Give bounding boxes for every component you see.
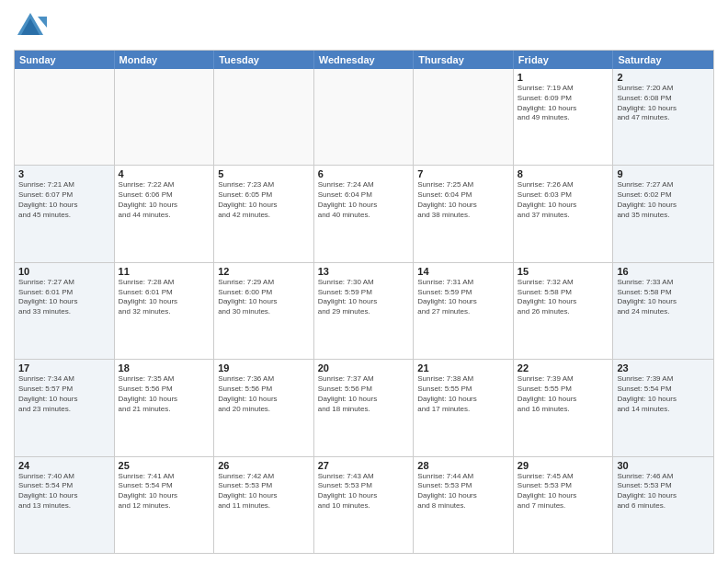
calendar-day: 23Sunrise: 7:39 AM Sunset: 5:54 PM Dayli…	[613, 360, 713, 455]
day-number: 26	[218, 460, 310, 471]
day-number: 18	[119, 362, 210, 373]
day-number: 5	[218, 168, 310, 179]
svg-marker-2	[38, 17, 47, 28]
day-number: 12	[218, 266, 310, 277]
calendar-day: 15Sunrise: 7:32 AM Sunset: 5:58 PM Dayli…	[514, 263, 614, 359]
calendar-day: 21Sunrise: 7:38 AM Sunset: 5:55 PM Dayli…	[414, 360, 514, 455]
day-number: 28	[417, 460, 509, 471]
calendar-day: 4Sunrise: 7:22 AM Sunset: 6:06 PM Daylig…	[115, 166, 215, 261]
calendar-header: SundayMondayTuesdayWednesdayThursdayFrid…	[15, 51, 713, 69]
header	[14, 9, 714, 42]
day-info: Sunrise: 7:46 AM Sunset: 5:53 PM Dayligh…	[617, 472, 710, 511]
empty-cell	[15, 69, 115, 165]
day-info: Sunrise: 7:42 AM Sunset: 5:53 PM Dayligh…	[218, 472, 310, 511]
calendar-row: 24Sunrise: 7:40 AM Sunset: 5:54 PM Dayli…	[15, 456, 713, 553]
calendar-row: 3Sunrise: 7:21 AM Sunset: 6:07 PM Daylig…	[15, 165, 713, 261]
day-info: Sunrise: 7:41 AM Sunset: 5:54 PM Dayligh…	[119, 472, 210, 511]
calendar-day: 29Sunrise: 7:45 AM Sunset: 5:53 PM Dayli…	[514, 457, 614, 553]
day-info: Sunrise: 7:30 AM Sunset: 5:59 PM Dayligh…	[318, 278, 410, 317]
day-number: 2	[617, 72, 710, 83]
calendar-day: 14Sunrise: 7:31 AM Sunset: 5:59 PM Dayli…	[414, 263, 514, 359]
day-number: 16	[617, 266, 710, 277]
calendar-day: 26Sunrise: 7:42 AM Sunset: 5:53 PM Dayli…	[214, 457, 314, 553]
day-info: Sunrise: 7:22 AM Sunset: 6:06 PM Dayligh…	[119, 180, 210, 220]
day-number: 21	[417, 362, 509, 373]
empty-cell	[414, 69, 514, 165]
day-number: 11	[119, 266, 210, 277]
logo	[14, 9, 52, 42]
day-number: 19	[218, 362, 310, 373]
calendar-day: 6Sunrise: 7:24 AM Sunset: 6:04 PM Daylig…	[314, 166, 415, 261]
day-info: Sunrise: 7:33 AM Sunset: 5:58 PM Dayligh…	[617, 278, 710, 317]
calendar-day: 28Sunrise: 7:44 AM Sunset: 5:53 PM Dayli…	[414, 457, 514, 553]
day-info: Sunrise: 7:38 AM Sunset: 5:55 PM Dayligh…	[417, 374, 509, 414]
day-number: 24	[18, 460, 110, 471]
calendar-day: 7Sunrise: 7:25 AM Sunset: 6:04 PM Daylig…	[414, 166, 514, 261]
calendar-day: 30Sunrise: 7:46 AM Sunset: 5:53 PM Dayli…	[613, 457, 713, 553]
page: SundayMondayTuesdayWednesdayThursdayFrid…	[0, 0, 728, 563]
calendar-day: 11Sunrise: 7:28 AM Sunset: 6:01 PM Dayli…	[115, 263, 215, 359]
calendar-row: 1Sunrise: 7:19 AM Sunset: 6:09 PM Daylig…	[15, 69, 713, 165]
weekday-header: Saturday	[613, 51, 713, 69]
calendar-body: 1Sunrise: 7:19 AM Sunset: 6:09 PM Daylig…	[15, 69, 713, 553]
day-number: 29	[518, 460, 609, 471]
calendar-day: 13Sunrise: 7:30 AM Sunset: 5:59 PM Dayli…	[314, 263, 415, 359]
day-info: Sunrise: 7:44 AM Sunset: 5:53 PM Dayligh…	[417, 472, 509, 511]
day-info: Sunrise: 7:23 AM Sunset: 6:05 PM Dayligh…	[218, 180, 310, 220]
empty-cell	[214, 69, 314, 165]
day-number: 13	[318, 266, 410, 277]
weekday-header: Thursday	[414, 51, 514, 69]
day-info: Sunrise: 7:35 AM Sunset: 5:56 PM Dayligh…	[119, 374, 210, 414]
day-info: Sunrise: 7:27 AM Sunset: 6:01 PM Dayligh…	[18, 278, 110, 317]
day-number: 6	[318, 168, 410, 179]
calendar: SundayMondayTuesdayWednesdayThursdayFrid…	[14, 50, 714, 554]
day-info: Sunrise: 7:27 AM Sunset: 6:02 PM Dayligh…	[617, 180, 710, 220]
day-info: Sunrise: 7:32 AM Sunset: 5:58 PM Dayligh…	[518, 278, 609, 317]
weekday-header: Friday	[514, 51, 614, 69]
empty-cell	[314, 69, 415, 165]
day-info: Sunrise: 7:40 AM Sunset: 5:54 PM Dayligh…	[18, 472, 110, 511]
day-number: 10	[18, 266, 110, 277]
day-info: Sunrise: 7:31 AM Sunset: 5:59 PM Dayligh…	[417, 278, 509, 317]
day-info: Sunrise: 7:24 AM Sunset: 6:04 PM Dayligh…	[318, 180, 410, 220]
calendar-day: 18Sunrise: 7:35 AM Sunset: 5:56 PM Dayli…	[115, 360, 215, 455]
calendar-day: 10Sunrise: 7:27 AM Sunset: 6:01 PM Dayli…	[15, 263, 115, 359]
day-number: 20	[318, 362, 410, 373]
day-number: 22	[518, 362, 609, 373]
day-number: 30	[617, 460, 710, 471]
day-number: 17	[18, 362, 110, 373]
calendar-day: 25Sunrise: 7:41 AM Sunset: 5:54 PM Dayli…	[115, 457, 215, 553]
day-number: 14	[417, 266, 509, 277]
day-info: Sunrise: 7:39 AM Sunset: 5:55 PM Dayligh…	[518, 374, 609, 414]
day-info: Sunrise: 7:20 AM Sunset: 6:08 PM Dayligh…	[617, 84, 710, 123]
day-info: Sunrise: 7:29 AM Sunset: 6:00 PM Dayligh…	[218, 278, 310, 317]
day-info: Sunrise: 7:39 AM Sunset: 5:54 PM Dayligh…	[617, 374, 710, 414]
day-info: Sunrise: 7:21 AM Sunset: 6:07 PM Dayligh…	[18, 180, 110, 220]
day-number: 8	[518, 168, 609, 179]
weekday-header: Sunday	[15, 51, 115, 69]
day-number: 15	[518, 266, 609, 277]
calendar-day: 1Sunrise: 7:19 AM Sunset: 6:09 PM Daylig…	[514, 69, 614, 165]
calendar-day: 19Sunrise: 7:36 AM Sunset: 5:56 PM Dayli…	[214, 360, 314, 455]
calendar-day: 12Sunrise: 7:29 AM Sunset: 6:00 PM Dayli…	[214, 263, 314, 359]
day-info: Sunrise: 7:28 AM Sunset: 6:01 PM Dayligh…	[119, 278, 210, 317]
calendar-day: 27Sunrise: 7:43 AM Sunset: 5:53 PM Dayli…	[314, 457, 415, 553]
day-number: 25	[119, 460, 210, 471]
day-number: 3	[18, 168, 110, 179]
calendar-day: 2Sunrise: 7:20 AM Sunset: 6:08 PM Daylig…	[613, 69, 713, 165]
day-number: 23	[617, 362, 710, 373]
calendar-day: 24Sunrise: 7:40 AM Sunset: 5:54 PM Dayli…	[15, 457, 115, 553]
day-number: 7	[417, 168, 509, 179]
calendar-day: 5Sunrise: 7:23 AM Sunset: 6:05 PM Daylig…	[214, 166, 314, 261]
day-info: Sunrise: 7:37 AM Sunset: 5:56 PM Dayligh…	[318, 374, 410, 414]
day-info: Sunrise: 7:34 AM Sunset: 5:57 PM Dayligh…	[18, 374, 110, 414]
empty-cell	[115, 69, 215, 165]
logo-icon	[14, 9, 47, 42]
day-number: 9	[617, 168, 710, 179]
calendar-day: 8Sunrise: 7:26 AM Sunset: 6:03 PM Daylig…	[514, 166, 614, 261]
day-info: Sunrise: 7:45 AM Sunset: 5:53 PM Dayligh…	[518, 472, 609, 511]
day-info: Sunrise: 7:36 AM Sunset: 5:56 PM Dayligh…	[218, 374, 310, 414]
calendar-day: 22Sunrise: 7:39 AM Sunset: 5:55 PM Dayli…	[514, 360, 614, 455]
calendar-day: 16Sunrise: 7:33 AM Sunset: 5:58 PM Dayli…	[613, 263, 713, 359]
day-number: 27	[318, 460, 410, 471]
